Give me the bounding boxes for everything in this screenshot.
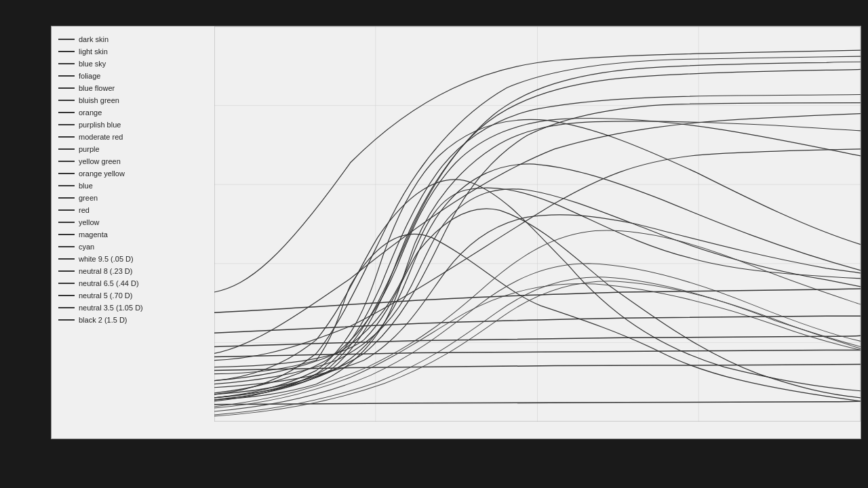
legend-item-1: light skin xyxy=(58,45,208,58)
legend-line-19 xyxy=(58,270,75,272)
legend-item-0: dark skin xyxy=(58,33,208,45)
legend-label-2: blue sky xyxy=(79,60,106,68)
legend-label-9: purple xyxy=(79,145,100,153)
legend-label-3: foliage xyxy=(79,72,100,80)
legend-item-21: neutral 5 (.70 D) xyxy=(58,289,208,302)
legend-line-23 xyxy=(58,319,75,321)
legend-line-1 xyxy=(58,51,75,52)
legend-line-22 xyxy=(58,307,75,308)
legend-label-11: orange yellow xyxy=(79,169,125,178)
legend-label-6: orange xyxy=(79,108,102,117)
legend-item-8: moderate red xyxy=(58,131,208,143)
legend-item-6: orange xyxy=(58,106,208,119)
legend-item-10: yellow green xyxy=(58,155,208,167)
legend-item-16: magenta xyxy=(58,228,208,241)
legend-label-20: neutral 6.5 (.44 D) xyxy=(79,279,139,287)
legend-line-18 xyxy=(58,258,75,260)
legend-line-12 xyxy=(58,185,75,186)
legend-label-4: blue flower xyxy=(79,84,115,92)
legend-item-23: black 2 (1.5 D) xyxy=(58,314,208,326)
legend-label-12: blue xyxy=(79,182,93,190)
legend-item-5: bluish green xyxy=(58,94,208,106)
legend-item-17: cyan xyxy=(58,241,208,253)
legend-line-16 xyxy=(58,234,75,235)
legend-item-18: white 9.5 (.05 D) xyxy=(58,253,208,265)
legend-item-20: neutral 6.5 (.44 D) xyxy=(58,277,208,289)
legend-line-3 xyxy=(58,75,75,77)
legend-item-14: red xyxy=(58,204,208,216)
legend-line-14 xyxy=(58,209,75,211)
legend-item-3: foliage xyxy=(58,70,208,82)
legend-line-15 xyxy=(58,222,75,223)
legend-line-7 xyxy=(58,124,75,125)
legend-item-12: blue xyxy=(58,180,208,192)
legend-label-21: neutral 5 (.70 D) xyxy=(79,291,132,300)
legend-label-10: yellow green xyxy=(79,157,121,165)
legend-label-17: cyan xyxy=(79,243,94,251)
legend-line-2 xyxy=(58,63,75,64)
legend-label-22: neutral 3.5 (1.05 D) xyxy=(79,304,143,312)
chart-container: dark skin light skin blue sky foliage bl… xyxy=(51,26,861,439)
legend-label-18: white 9.5 (.05 D) xyxy=(79,255,134,263)
legend-item-15: yellow xyxy=(58,216,208,228)
legend-item-4: blue flower xyxy=(58,82,208,94)
legend-label-7: purplish blue xyxy=(79,121,121,129)
legend-label-14: red xyxy=(79,206,90,214)
legend-item-7: purplish blue xyxy=(58,119,208,131)
legend-label-5: bluish green xyxy=(79,96,119,104)
legend-item-13: green xyxy=(58,192,208,204)
legend-label-23: black 2 (1.5 D) xyxy=(79,316,127,324)
legend-label-1: light skin xyxy=(79,47,108,56)
legend-line-11 xyxy=(58,173,75,174)
legend-item-9: purple xyxy=(58,143,208,155)
spectral-chart: 380 480 580 680 780 xyxy=(214,26,861,422)
legend-line-20 xyxy=(58,283,75,284)
legend-line-10 xyxy=(58,161,75,162)
legend-line-13 xyxy=(58,197,75,199)
legend-line-9 xyxy=(58,148,75,150)
legend-line-8 xyxy=(58,136,75,138)
legend-line-0 xyxy=(58,39,75,40)
legend-item-11: orange yellow xyxy=(58,167,208,180)
legend-line-17 xyxy=(58,246,75,247)
legend-label-0: dark skin xyxy=(79,35,108,43)
legend-item-19: neutral 8 (.23 D) xyxy=(58,265,208,277)
legend-label-13: green xyxy=(79,194,98,202)
legend-line-5 xyxy=(58,100,75,101)
legend-label-16: magenta xyxy=(79,230,108,239)
legend-line-6 xyxy=(58,112,75,113)
legend-line-21 xyxy=(58,295,75,296)
legend: dark skin light skin blue sky foliage bl… xyxy=(58,33,208,326)
legend-line-4 xyxy=(58,87,75,89)
legend-label-15: yellow xyxy=(79,218,100,226)
legend-label-8: moderate red xyxy=(79,133,123,141)
legend-item-22: neutral 3.5 (1.05 D) xyxy=(58,302,208,314)
legend-label-19: neutral 8 (.23 D) xyxy=(79,267,132,275)
legend-item-2: blue sky xyxy=(58,58,208,70)
